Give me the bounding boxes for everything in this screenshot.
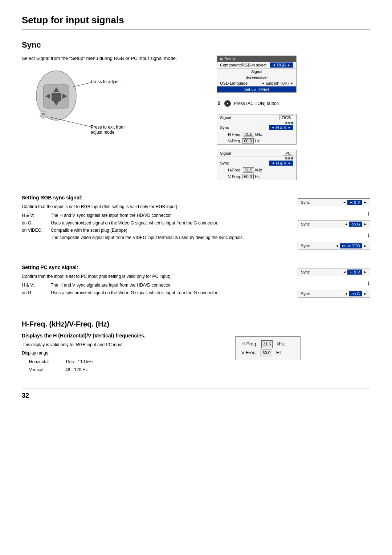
table-row: H & V: The H and V sync signals are inpu… [22, 212, 244, 219]
smb-rgb-hfreq-value: 31.5 [243, 132, 254, 137]
smb-rgb-vfreq-value: 60.0 [242, 138, 253, 143]
smb-pc-hfreq-value: 31.5 [243, 167, 254, 173]
dot1 [285, 122, 287, 124]
arrow-l-2: ◄ [344, 222, 348, 226]
rgb-key-on-g: on G: [22, 219, 51, 227]
table-row: Vertical 48 - 120 Hz [29, 366, 94, 374]
sv-pc-on-g-text: on G [349, 291, 362, 296]
vfreq-display-label: V-Freq. [241, 350, 257, 355]
hfreq-display-label: H-Freq. [241, 341, 257, 347]
smb-rgb-vfreq: V-Freq. 60.0 Hz [217, 138, 296, 144]
sync-left-col: Select Signal from the "Setup" menu duri… [22, 56, 206, 180]
sync-section: Sync Select Signal from the "Setup" menu… [22, 40, 370, 298]
arrow-r-pc-1: ► [364, 270, 367, 274]
hfreq-display-box: H-Freq. 31.5 kHz V-Freq. 60.0 Hz [235, 336, 301, 360]
setting-rgb-title: Setting RGB sync signal: [22, 195, 287, 200]
smb-pc-label: Signal [220, 151, 231, 155]
sync-label-1: Sync [301, 200, 310, 204]
sv-on-video-text: on VIDEO [340, 243, 363, 248]
smb-pc-hfreq-unit: kHz [255, 168, 262, 172]
smb-rgb-sync-label: Sync [220, 125, 229, 130]
setting-rgb-right: Sync ◄ H & V ► ↓ Sync ◄ on G ► ↓ Sync [298, 187, 370, 250]
smb-pc-vfreq-unit: Hz [255, 174, 260, 179]
horizontal-value: 15.5 - 110 kHz [65, 358, 94, 366]
smb-rgb-hfreq-unit: kHz [255, 132, 262, 137]
signal-menu-rgb: Signal RGB Sync ◄ H & V ► [217, 114, 297, 145]
sv-pc-hv-text: H & V [347, 270, 362, 275]
rgb-key-on-video: on VIDEO: [22, 227, 51, 242]
setting-pc-table: H & V: The H and V sync signals are inpu… [22, 281, 218, 296]
hfreq-range-table: Horizontal 15.5 - 110 kHz Vertical 48 - … [29, 358, 94, 374]
page-number: 32 [22, 389, 370, 400]
action-note: ⇓ ● Press (ACTION) button [217, 100, 370, 107]
setting-rgb-left: Setting RGB sync signal: Confirm that th… [22, 187, 287, 250]
arrow-l-pc-2: ◄ [344, 292, 348, 296]
smb-pc-sync-row: Sync ◄ H & V ► [217, 159, 296, 167]
smb-rgb-badge: RGB [279, 115, 293, 120]
smb-rgb-sync-value: ◄ H & V ► [269, 125, 294, 130]
hfreq-display-row: H-Freq. 31.5 kHz [241, 340, 294, 348]
smb-pc-vfreq-value: 60.0 [242, 174, 253, 179]
sync-box-on-video: Sync ◄ on VIDEO ► [298, 242, 370, 250]
smb-pc-vfreq-label: V-Freq. [228, 174, 241, 179]
smb-pc-sync-label: Sync [220, 161, 229, 165]
setup-timer-row: Set up TIMER [217, 86, 296, 92]
section-divider [22, 309, 370, 309]
rgb-val-on-video: Compatible with the scart plug (Europe)T… [51, 227, 244, 242]
sync-description: Select Signal from the "Setup" menu duri… [22, 56, 206, 61]
setup-menu-header: ⊞ Setup [217, 56, 296, 62]
pc-val-on-g: Uses a synchronized signal on the Video … [51, 289, 218, 296]
arrow-r-pc-2: ► [364, 292, 367, 296]
sync-label-3: Sync [301, 244, 310, 248]
setting-pc-left: Setting PC sync signal: Confirm that the… [22, 257, 287, 298]
action-btn: ● [224, 100, 231, 107]
hfreq-display-unit: kHz [277, 341, 285, 347]
setting-pc-confirm: Confirm that the input is set to PC inpu… [22, 273, 287, 280]
page-title: Setup for input signals [22, 15, 370, 29]
rgb-key-hv: H & V: [22, 212, 51, 219]
arrow-r-3: ► [364, 244, 367, 248]
rgb-value-box: ◄ RGB ► [270, 62, 294, 68]
smb-rgb-hfreq-label: H-Freq. [228, 132, 241, 137]
vfreq-display-row: V-Freq. 60.0 Hz [241, 348, 294, 357]
smb-rgb-indicator [217, 121, 296, 124]
sync-pc-label-2: Sync [301, 292, 310, 296]
vfreq-display-value: 60.0 [261, 349, 272, 357]
remote-svg: R [33, 68, 80, 123]
grid-icon: ⊞ [220, 57, 223, 61]
sv-on-g-text: on G [349, 222, 362, 227]
smb-pc-badge: PC [283, 151, 293, 156]
smb-rgb-arrow-l: ◄ [271, 126, 275, 129]
arrow-l-pc-1: ◄ [343, 270, 346, 274]
arrow-r-2: ► [364, 222, 367, 226]
table-row: on VIDEO: Compatible with the scart plug… [22, 227, 244, 242]
hfreq-right: H-Freq. 31.5 kHz V-Freq. 60.0 Hz [235, 333, 370, 374]
arrow-r-1: ► [364, 200, 367, 204]
smb-pc-vfreq: V-Freq. 60.0 Hz [217, 173, 296, 180]
osd-lang-text: English (UK) [266, 81, 289, 85]
component-rgb-label: Component/RGB-in select [220, 63, 266, 67]
remote-diagram: R Press to adjust. Press to exit from ad… [33, 68, 127, 141]
osd-language-row: OSD Language ◄ English (UK) ► [217, 80, 296, 86]
sync-pc-val-hv: ◄ H & V ► [343, 270, 367, 275]
hfreq-section: H-Freq. (kHz)/V-Freq. (Hz) Displays the … [22, 320, 370, 374]
arrow-down-2: ↓ [367, 231, 370, 239]
sv-hv-text: H & V [347, 200, 362, 205]
dot1 [285, 157, 287, 159]
smb-pc-indicator [217, 157, 296, 159]
smb-pc-arrow-r: ► [288, 161, 291, 165]
setting-pc-section: Setting PC sync signal: Confirm that the… [22, 257, 370, 298]
smb-pc-arrow-l: ◄ [271, 161, 275, 165]
setting-rgb-confirm: Confirm that the input is set to RGB inp… [22, 203, 287, 210]
component-rgb-row: Component/RGB-in select ◄ RGB ► [217, 62, 296, 69]
smb-rgb-hv: H & V [276, 125, 287, 130]
arrow-l-1: ◄ [343, 200, 346, 204]
dot3 [291, 122, 293, 124]
action-note-text: Press (ACTION) button [234, 101, 279, 106]
hfreq-display-range-label: Display range: [22, 350, 224, 357]
setup-menu-title: Setup [224, 57, 235, 61]
hfreq-subtitle: Displays the H (Horizontal)/V (Vertical)… [22, 333, 224, 339]
smb-rgb-sync-row: Sync ◄ H & V ► [217, 124, 296, 131]
smb-pc-hfreq-label: H-Freq. [228, 168, 241, 172]
pc-key-hv: H & V: [22, 281, 51, 289]
